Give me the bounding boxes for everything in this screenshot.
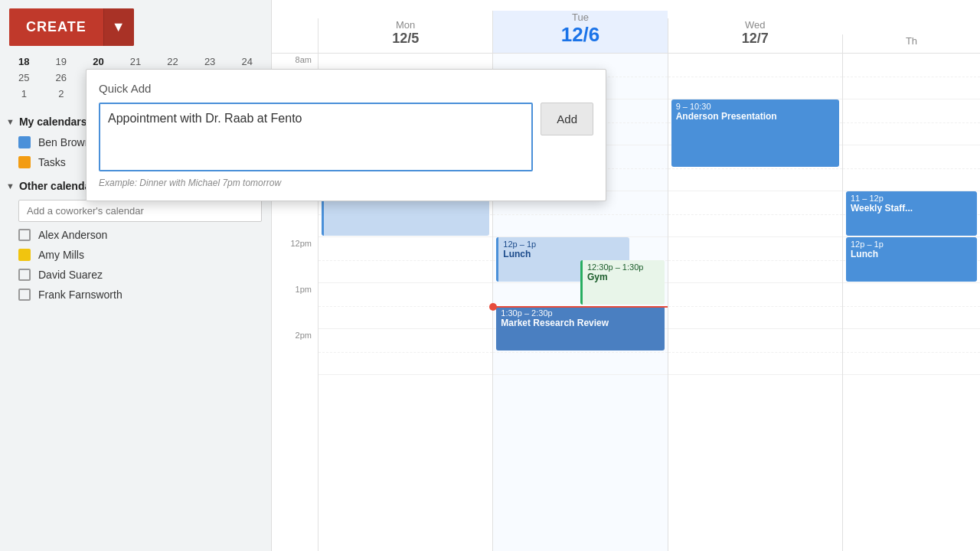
day-name-wed: Wed — [745, 19, 766, 31]
cal-item-name-ben-brown: Ben Brown — [38, 136, 90, 148]
event-time-anderson: 9 – 10:30 — [676, 102, 835, 111]
cal-checkbox-amy-mills[interactable] — [18, 249, 31, 261]
quick-add-body: Appointment with Dr. Raab at Fento Add — [99, 103, 593, 171]
hour-10am-thu — [843, 145, 980, 191]
day-column-thu: 11 – 12p Weekly Staff... 12p – 1p Lunch — [842, 54, 980, 551]
other-collapse-arrow-icon: ▼ — [6, 181, 15, 191]
day-name-mon: Mon — [396, 19, 415, 31]
hour-8am-wed — [668, 54, 842, 99]
cal-checkbox-frank-farnsworth[interactable] — [18, 289, 31, 301]
cal-checkbox-ben-brown[interactable] — [18, 136, 31, 148]
mini-cal-cell[interactable]: 1 — [6, 86, 42, 102]
mini-cal-cell[interactable]: 2 — [44, 86, 80, 102]
day-num-tue: 12/6 — [493, 23, 667, 47]
day-num-wed: 12/7 — [668, 31, 842, 47]
event-time-market-research: 1:30p – 2:30p — [501, 308, 659, 318]
day-num-mon: 12/5 — [318, 31, 492, 47]
event-title-anderson: Anderson Presentation — [676, 111, 835, 122]
event-title-market-research: Market Research Review — [501, 318, 659, 328]
hour-2pm-mon — [318, 329, 492, 375]
day-column-wed: 9 – 10:30 Anderson Presentation — [668, 54, 842, 551]
cal-item-name-tasks: Tasks — [38, 156, 66, 168]
quick-add-title: Quick Add — [99, 82, 593, 95]
cal-item-name-alex-anderson: Alex Anderson — [38, 229, 107, 241]
day-header-wed[interactable]: Wed 12/7 — [668, 18, 842, 53]
time-label-2pm: 2pm — [272, 329, 318, 375]
mini-cal-cell[interactable]: 21 — [118, 54, 154, 70]
hour-8am-thu — [843, 54, 980, 99]
create-button[interactable]: CREATE ▼ — [9, 8, 134, 46]
quick-add-popup: Quick Add Appointment with Dr. Raab at F… — [86, 69, 606, 201]
create-arrow-icon[interactable]: ▼ — [103, 8, 134, 46]
mini-cal-cell[interactable]: 18 — [6, 54, 42, 70]
event-time-lunch-tue: 12p – 1p — [503, 240, 624, 249]
mini-cal-cell[interactable]: 24 — [229, 54, 265, 70]
mini-cal-cell[interactable]: 20 — [80, 54, 116, 70]
hour-1pm-mon — [318, 283, 492, 329]
day-name-tue: Tue — [572, 11, 589, 23]
event-anderson-presentation[interactable]: 9 – 10:30 Anderson Presentation — [671, 99, 839, 167]
cal-item-alex-anderson[interactable]: Alex Anderson — [0, 225, 271, 245]
mini-cal-cell[interactable]: 19 — [44, 54, 80, 70]
event-weekly-staff[interactable]: 11 – 12p Weekly Staff... — [846, 191, 977, 236]
hour-12pm-mon — [318, 237, 492, 283]
mini-cal-cell[interactable]: 26 — [44, 70, 80, 86]
current-time-indicator — [493, 306, 667, 308]
cal-item-name-frank-farnsworth: Frank Farnsworth — [38, 289, 122, 301]
hour-11am-wed — [668, 191, 842, 237]
create-label[interactable]: CREATE — [9, 8, 103, 46]
collapse-arrow-icon: ▼ — [6, 117, 15, 126]
mini-cal-week-1: 18 19 20 21 22 23 24 — [6, 54, 265, 70]
time-label-1pm: 1pm — [272, 283, 318, 329]
event-market-research[interactable]: 1:30p – 2:30p Market Research Review — [496, 306, 664, 350]
day-header-mon[interactable]: Mon 12/5 — [318, 18, 492, 53]
hour-12pm-wed — [668, 237, 842, 283]
event-title-weekly-staff: Weekly Staff... — [851, 203, 972, 214]
top-bar: CREATE ▼ — [0, 0, 271, 54]
cal-item-name-david-suarez: David Suarez — [38, 269, 103, 281]
event-title-lunch-thu: Lunch — [851, 249, 972, 259]
mini-cal-cell[interactable]: 22 — [155, 54, 191, 70]
coworker-calendar-input[interactable] — [18, 200, 262, 222]
hour-1pm-wed — [668, 283, 842, 329]
hour-2pm-wed — [668, 329, 842, 375]
quick-add-hint: Example: Dinner with Michael 7pm tomorro… — [99, 178, 593, 188]
event-lunch-thu[interactable]: 12p – 1p Lunch — [846, 237, 977, 282]
event-title-lunch-tue: Lunch — [503, 249, 624, 259]
day-header-thu[interactable]: Th — [842, 34, 980, 53]
cal-checkbox-david-suarez[interactable] — [18, 269, 31, 281]
cal-item-name-amy-mills: Amy Mills — [38, 249, 84, 261]
day-headers: Mon 12/5 Tue 12/6 Wed 12/7 Th — [272, 0, 980, 54]
event-time-gym: 12:30p – 1:30p — [587, 262, 660, 272]
cal-item-amy-mills[interactable]: Amy Mills — [0, 245, 271, 265]
event-gym-tue[interactable]: 12:30p – 1:30p Gym — [580, 260, 665, 305]
quick-add-add-button[interactable]: Add — [541, 103, 593, 135]
event-title-gym: Gym — [587, 272, 660, 282]
hour-9am-thu — [843, 99, 980, 145]
cal-checkbox-tasks[interactable] — [18, 156, 31, 168]
time-label-12pm: 12pm — [272, 237, 318, 283]
cal-checkbox-alex-anderson[interactable] — [18, 229, 31, 241]
hour-1pm-thu — [843, 283, 980, 329]
day-header-tue[interactable]: Tue 12/6 — [492, 11, 667, 53]
event-time-weekly-staff: 11 – 12p — [851, 194, 972, 203]
cal-item-frank-farnsworth[interactable]: Frank Farnsworth — [0, 285, 271, 305]
quick-add-input[interactable]: Appointment with Dr. Raab at Fento — [99, 103, 533, 171]
event-time-lunch-thu: 12p – 1p — [851, 240, 972, 249]
cal-item-david-suarez[interactable]: David Suarez — [0, 265, 271, 285]
mini-cal-cell[interactable]: 25 — [6, 70, 42, 86]
day-name-thu: Th — [906, 35, 917, 47]
hour-2pm-thu — [843, 329, 980, 375]
mini-cal-cell[interactable]: 23 — [192, 54, 228, 70]
